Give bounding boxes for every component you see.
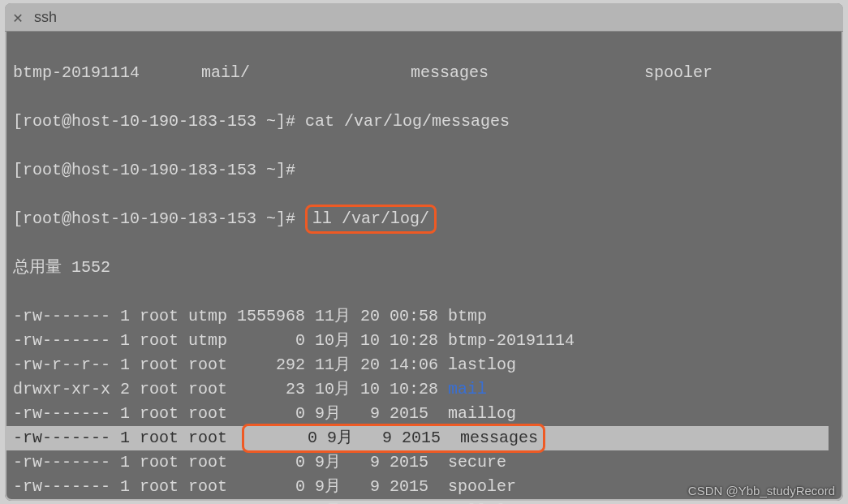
dir-name: mail [448, 380, 487, 398]
list-row: -rw------- 1 root utmp 1555968 11月 20 00… [13, 304, 837, 329]
list-row: drwxr-xr-x 2 root root 23 10月 10 10:28 m… [13, 377, 837, 402]
titlebar[interactable]: ✕ ssh [5, 3, 843, 32]
close-icon[interactable]: ✕ [13, 7, 23, 28]
list-row: -rw-r--r-- 1 root root 292 11月 20 14:06 … [13, 353, 837, 377]
list-row: -rw------- 1 root utmp 0 10月 10 10:28 bt… [13, 329, 837, 353]
list-row: -rw------- 1 root root 0 9月 9 2015 maill… [13, 402, 837, 426]
highlight-command: ll /var/log/ [305, 205, 437, 234]
prompt-line-cat: [root@host-10-190-183-153 ~]# cat /var/l… [13, 110, 837, 134]
list-row: -rw------- 1 root root 0 9月 9 2015 tally… [13, 499, 837, 504]
ls-header-row: btmp-20191114mail/messagesspoolerwtmp [13, 61, 837, 85]
prompt-line-ll: [root@host-10-190-183-153 ~]# ll /var/lo… [13, 207, 837, 231]
highlight-file-info: 0 9月 9 2015 messages [242, 424, 545, 453]
terminal-output[interactable]: btmp-20191114mail/messagesspoolerwtmp [r… [5, 32, 843, 504]
window-title: ssh [34, 9, 57, 26]
list-row-highlighted: -rw------- 1 root root 0 9月 9 2015 messa… [5, 426, 829, 450]
terminal-window: ✕ ssh btmp-20191114mail/messagesspoolerw… [5, 3, 843, 501]
list-row: -rw------- 1 root root 0 9月 9 2015 secur… [13, 450, 837, 475]
prompt-line-empty: [root@host-10-190-183-153 ~]# [13, 158, 837, 183]
total-line: 总用量 1552 [13, 256, 837, 280]
watermark: CSDN @Ybb_studyRecord [688, 484, 835, 498]
